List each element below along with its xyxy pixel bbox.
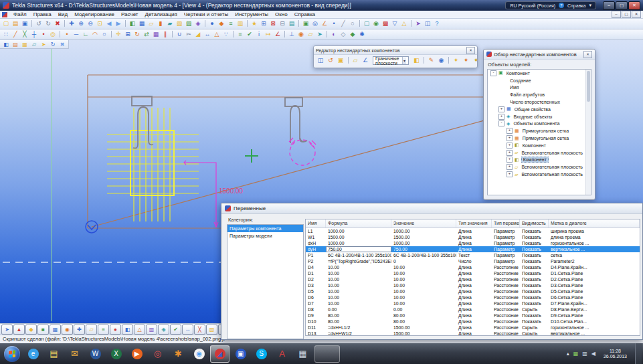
chamfer[interactable]: ◢ <box>193 30 203 39</box>
variable-name[interactable]: D11 <box>306 325 326 331</box>
column-header[interactable]: Имя <box>306 219 326 227</box>
publish-component[interactable]: ✦ <box>471 56 480 65</box>
variable-value[interactable]: 10.00 <box>391 270 456 276</box>
variable-row[interactable]: D3 10.00 10.00 Длина Расстояние Показать… <box>306 282 640 288</box>
variable-type[interactable]: Расстояние <box>492 331 520 336</box>
variable-type[interactable]: Расстояние <box>492 282 520 288</box>
close-icon[interactable]: ✕ <box>583 51 592 58</box>
variable-visibility[interactable]: Показать <box>520 294 549 300</box>
expander-icon[interactable]: + <box>498 114 504 120</box>
help-link[interactable]: Справка <box>567 3 585 8</box>
measure-angle[interactable]: ∠ <box>273 30 282 39</box>
mirror-object[interactable]: ⇄ <box>142 30 151 39</box>
variable-dialog-label[interactable]: D10.Сетка.Plan... <box>549 318 640 325</box>
save-model[interactable]: ▣ <box>20 19 29 28</box>
tree-item-label[interactable]: Вспомогательная плоскость <box>520 151 583 155</box>
variable-name[interactable]: D13 <box>306 331 326 336</box>
snap-ends[interactable]: • <box>39 30 48 39</box>
weld-mark[interactable]: △ <box>212 30 221 39</box>
expander-icon[interactable]: + <box>498 106 504 112</box>
variable-value-type[interactable]: Длина <box>456 234 492 240</box>
variable-name[interactable]: D1 <box>306 270 326 276</box>
variable-name[interactable]: dxH <box>306 240 326 246</box>
create-item[interactable]: ◈ <box>193 19 203 28</box>
move-object[interactable]: ✛ <box>114 30 123 39</box>
variable-value-type[interactable]: Длина <box>456 240 492 246</box>
network[interactable]: ▥ <box>582 351 587 357</box>
expander-icon[interactable]: + <box>507 164 513 170</box>
render-mode[interactable]: ◐ <box>329 30 339 39</box>
variable-value[interactable]: 750.00 <box>391 246 456 252</box>
variable-value-type[interactable]: Длина <box>456 270 492 276</box>
variable-name[interactable]: D10 <box>306 318 326 325</box>
variable-row[interactable]: D4 10.00 10.00 Длина Расстояние Показать… <box>306 264 640 270</box>
variable-dialog-label[interactable]: D3.Сетка.Plane <box>549 282 640 288</box>
tree-common-props[interactable]: + ▦ Общие свойства <box>488 106 591 113</box>
variable-value[interactable]: 1500.00 <box>391 331 456 336</box>
variable-visibility[interactable]: Показать <box>520 228 549 234</box>
select-planes[interactable]: ▱ <box>86 325 97 335</box>
open-model[interactable]: ▤ <box>11 19 20 28</box>
variable-formula[interactable]: =fP("TopRightGrade","ID5243EDCC-0... <box>326 258 391 264</box>
word[interactable]: W <box>86 345 105 363</box>
close-editor[interactable]: ✖ <box>58 41 67 48</box>
variable-dialog-label[interactable]: D6.Сетка.Plane <box>549 294 640 300</box>
tree-item-label[interactable]: Создание <box>509 78 533 83</box>
select-components[interactable]: ◆ <box>25 325 37 335</box>
variable-name[interactable]: D5 <box>306 288 326 294</box>
tree-secondaries[interactable]: Число второстепенных <box>488 98 591 106</box>
weld[interactable]: ◆ <box>217 19 226 28</box>
tree-aux-plane-3[interactable]: + ▱ Вспомогательная плоскость <box>488 171 591 178</box>
variable-row[interactable]: D5 10.00 10.00 Длина Расстояние Показать… <box>306 288 640 294</box>
unbind-plane[interactable]: ◉ <box>436 56 446 65</box>
lifting-hook-right[interactable] <box>285 98 307 143</box>
variable-formula[interactable]: 80.00 <box>326 312 391 318</box>
color-settings[interactable]: ▩ <box>381 19 390 28</box>
tree-input-objects[interactable]: + ◈ Входные объекты <box>488 113 591 120</box>
variable-type[interactable]: Расстояние <box>492 288 520 294</box>
save-component[interactable]: ▣ <box>336 56 345 65</box>
variable-type[interactable]: Параметр <box>492 258 520 264</box>
variable-type[interactable]: Расстояние <box>492 306 520 312</box>
snap-midpoints[interactable]: ┼ <box>29 30 39 39</box>
fly-camera[interactable]: ➤ <box>414 19 423 28</box>
variable-visibility[interactable]: Показать <box>520 312 549 318</box>
create-polyline[interactable]: ∟ <box>81 30 90 39</box>
snap-lines[interactable]: ╱ <box>11 30 20 39</box>
create-panel[interactable]: ▨ <box>184 19 193 28</box>
add-plane[interactable]: ◧ <box>411 56 421 65</box>
variable-value[interactable]: 10.00 <box>391 264 456 270</box>
copy-object[interactable]: ⊞ <box>123 30 132 39</box>
variable-name[interactable]: dyH <box>306 246 326 252</box>
expander-icon[interactable]: - <box>490 70 496 76</box>
media-player[interactable]: ▶ <box>127 345 147 363</box>
variable-type[interactable]: Расстояние <box>492 318 520 325</box>
variable-visibility[interactable]: Показать <box>520 234 549 240</box>
create-column[interactable]: ▮ <box>156 19 165 28</box>
variable-value[interactable]: 0.00 <box>391 306 456 312</box>
variable-visibility[interactable]: Скрыть <box>520 325 549 331</box>
variable-formula[interactable]: 0.00 <box>326 306 391 312</box>
snap-centers[interactable]: ◎ <box>48 30 58 39</box>
select-parts[interactable]: ▲ <box>13 325 25 335</box>
lifting-hook-left[interactable] <box>132 96 153 148</box>
select-views[interactable]: ◉ <box>62 325 73 335</box>
next-view[interactable]: ▶ <box>114 19 123 28</box>
variable-name[interactable]: D2 <box>306 276 326 282</box>
rebar-mesh[interactable] <box>107 108 199 221</box>
variable-name[interactable]: L1 <box>306 228 326 234</box>
variable-formula[interactable]: 6C 4B-1-200/4B-1-100 355s1005 <box>326 252 391 258</box>
construction-line[interactable]: ╱ <box>339 19 348 28</box>
show-desktop-button[interactable] <box>635 343 642 364</box>
variable-value[interactable]: 1500.00 <box>391 234 456 240</box>
variable-value[interactable]: 6C 4B-1-200/4B-1-100 355s1005 <box>391 252 456 258</box>
dimension-tool[interactable]: ↔ <box>203 30 212 39</box>
variable-value-type[interactable]: Длина <box>456 300 492 306</box>
variable-value[interactable]: 80.00 <box>391 312 456 318</box>
variable-visibility[interactable]: Показать <box>520 282 549 288</box>
variable-value[interactable]: 10.00 <box>391 300 456 306</box>
autocad[interactable]: A <box>272 345 292 363</box>
variable-dialog-label[interactable]: D8.Plane.Верти... <box>549 306 640 312</box>
variable-value[interactable]: 10.00 <box>391 288 456 294</box>
ortho-toggle[interactable]: ╳ <box>194 325 205 335</box>
